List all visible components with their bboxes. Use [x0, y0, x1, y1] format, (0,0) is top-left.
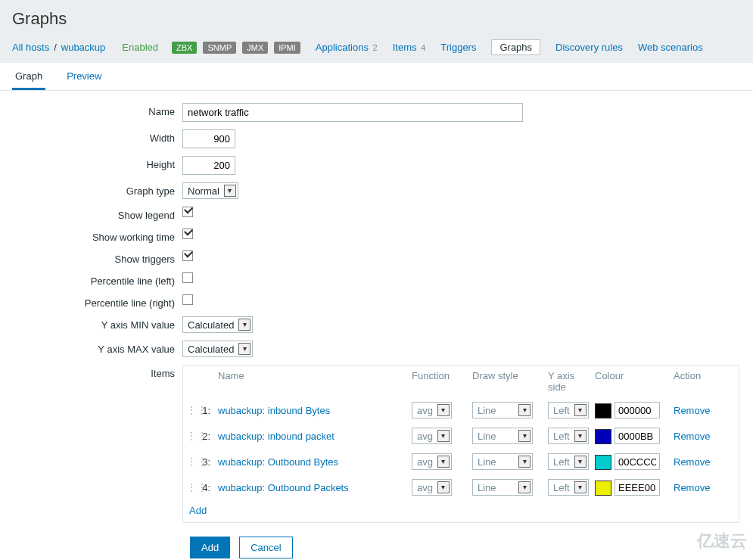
label-y-min: Y axis MIN value: [12, 316, 182, 331]
drag-handle-icon[interactable]: ⋮⋮: [186, 481, 200, 493]
chevron-down-icon: ▾: [518, 481, 531, 493]
colour-input[interactable]: [615, 402, 660, 418]
chevron-down-icon: ▾: [238, 319, 250, 331]
y-max-value: Calculated: [188, 344, 234, 355]
function-select[interactable]: avg▾: [412, 453, 452, 470]
y-max-select[interactable]: Calculated ▾: [182, 341, 253, 357]
chevron-down-icon: ▾: [574, 430, 587, 442]
remove-link[interactable]: Remove: [674, 482, 710, 493]
col-name: Name: [215, 370, 412, 393]
chevron-down-icon: ▾: [574, 404, 587, 416]
nav-triggers[interactable]: Triggers: [440, 42, 476, 53]
chevron-down-icon: ▾: [574, 456, 587, 468]
graph-form: Name Width Height Graph type Normal ▾ Sh…: [0, 91, 753, 560]
draw-style-select[interactable]: Line▾: [472, 428, 533, 444]
table-row: ⋮⋮1:wubackup: inbound Bytesavg▾Line▾Left…: [183, 397, 739, 423]
colour-swatch[interactable]: [595, 455, 611, 470]
tab-preview[interactable]: Preview: [64, 63, 104, 90]
colour-input[interactable]: [615, 453, 660, 470]
label-width: Width: [12, 129, 182, 144]
pill-ipmi: IPMI: [274, 42, 300, 54]
percentile-right-checkbox[interactable]: [182, 294, 193, 305]
percentile-left-checkbox[interactable]: [182, 272, 193, 283]
graph-type-select[interactable]: Normal ▾: [182, 182, 238, 199]
function-select[interactable]: avg▾: [412, 479, 452, 496]
pill-snmp: SNMP: [203, 42, 236, 54]
label-items: Items: [12, 365, 182, 379]
items-table: Name Function Draw style Y axis side Col…: [182, 365, 739, 523]
draw-style-select[interactable]: Line▾: [472, 479, 533, 496]
y-side-select[interactable]: Left▾: [548, 428, 589, 444]
colour-swatch[interactable]: [595, 481, 611, 496]
item-name-link[interactable]: wubackup: inbound Bytes: [218, 405, 330, 416]
chevron-down-icon: ▾: [437, 481, 450, 493]
height-input[interactable]: [182, 156, 235, 175]
item-name-link[interactable]: wubackup: Outbound Bytes: [218, 456, 338, 468]
chevron-down-icon: ▾: [238, 343, 250, 355]
pill-jmx: JMX: [242, 42, 268, 54]
colour-swatch[interactable]: [595, 403, 611, 418]
chevron-down-icon: ▾: [574, 481, 587, 493]
show-working-time-checkbox[interactable]: [182, 229, 193, 239]
show-triggers-checkbox[interactable]: [182, 250, 193, 261]
chevron-down-icon: ▾: [437, 404, 450, 416]
chevron-down-icon: ▾: [437, 430, 450, 442]
item-name-link[interactable]: wubackup: Outbound Packets: [218, 482, 349, 493]
form-actions: Add Cancel: [190, 537, 741, 558]
draw-style-select[interactable]: Line▾: [472, 402, 533, 418]
nav-links: Applications 2 Items 4 Triggers Graphs D…: [316, 39, 703, 55]
items-count: 4: [421, 43, 425, 52]
y-side-select[interactable]: Left▾: [548, 479, 589, 496]
label-show-legend: Show legend: [12, 207, 182, 221]
colour-swatch[interactable]: [595, 429, 611, 444]
chevron-down-icon: ▾: [518, 456, 531, 468]
col-action: Action: [674, 370, 727, 393]
drag-handle-icon[interactable]: ⋮⋮: [186, 456, 200, 468]
remove-link[interactable]: Remove: [674, 405, 710, 416]
remove-link[interactable]: Remove: [674, 431, 710, 442]
separator: /: [54, 42, 57, 53]
name-input[interactable]: [182, 103, 523, 122]
function-select[interactable]: avg▾: [412, 428, 452, 444]
add-item-link[interactable]: Add: [189, 505, 207, 516]
nav-items[interactable]: Items: [393, 42, 417, 53]
cancel-button[interactable]: Cancel: [239, 537, 292, 558]
label-show-working-time: Show working time: [12, 229, 182, 243]
table-row: ⋮⋮4:wubackup: Outbound Packetsavg▾Line▾L…: [183, 474, 739, 500]
tabs: Graph Preview: [0, 63, 753, 91]
function-select[interactable]: avg▾: [412, 402, 452, 418]
nav-discovery[interactable]: Discovery rules: [555, 42, 623, 53]
breadcrumb-host[interactable]: wubackup: [61, 42, 106, 53]
label-percentile-left: Percentile line (left): [12, 272, 182, 287]
table-row: ⋮⋮2:wubackup: inbound packetavg▾Line▾Lef…: [183, 423, 739, 449]
drag-handle-icon[interactable]: ⋮⋮: [186, 404, 200, 416]
graph-type-value: Normal: [188, 185, 219, 197]
pill-zbx: ZBX: [172, 42, 197, 54]
item-name-link[interactable]: wubackup: inbound packet: [218, 431, 334, 442]
draw-style-select[interactable]: Line▾: [472, 453, 533, 470]
nav-graphs[interactable]: Graphs: [491, 39, 540, 55]
drag-handle-icon[interactable]: ⋮⋮: [186, 430, 200, 442]
y-side-select[interactable]: Left▾: [548, 402, 589, 418]
tab-graph[interactable]: Graph: [12, 63, 45, 90]
colour-input[interactable]: [615, 428, 660, 444]
row-index: 4:: [200, 482, 215, 493]
row-index: 1:: [200, 405, 215, 416]
y-min-value: Calculated: [188, 319, 234, 331]
remove-link[interactable]: Remove: [674, 456, 710, 468]
y-side-select[interactable]: Left▾: [548, 453, 589, 470]
add-button[interactable]: Add: [190, 537, 230, 558]
show-legend-checkbox[interactable]: [182, 207, 193, 217]
y-min-select[interactable]: Calculated ▾: [182, 316, 253, 333]
breadcrumb-all-hosts[interactable]: All hosts: [12, 42, 49, 53]
col-function: Function: [412, 370, 472, 393]
nav-applications[interactable]: Applications: [316, 42, 369, 53]
width-input[interactable]: [182, 129, 235, 148]
chevron-down-icon: ▾: [437, 456, 450, 468]
host-status: Enabled: [122, 42, 158, 53]
colour-input[interactable]: [615, 479, 660, 496]
nav-web-scenarios[interactable]: Web scenarios: [638, 42, 703, 53]
label-percentile-right: Percentile line (right): [12, 294, 182, 309]
items-header: Name Function Draw style Y axis side Col…: [183, 366, 739, 397]
chevron-down-icon: ▾: [518, 404, 531, 416]
